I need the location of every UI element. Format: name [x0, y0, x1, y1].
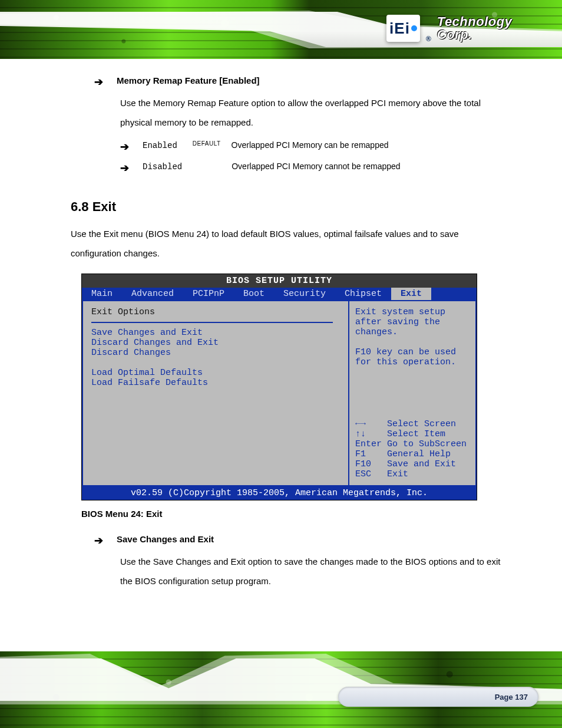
bios-screenshot: BIOS SETUP UTILITY Main Advanced PCIPnP …	[81, 274, 477, 500]
bios-help-line: changes.	[355, 327, 470, 337]
option-value-note: Overlapped PCI Memory cannot be remapped	[232, 162, 400, 171]
figure-caption: BIOS Menu 24: Exit	[81, 509, 509, 519]
bios-key-row: F1 General Help	[355, 449, 470, 459]
brand-logo-mark: iEi	[386, 15, 420, 42]
bios-exit-option[interactable]: Discard Changes and Exit	[91, 338, 340, 348]
bios-key-row: ←→ Select Screen	[355, 419, 470, 429]
bios-key-desc: Go to SubScreen	[387, 439, 467, 449]
bios-menu-bar: Main Advanced PCIPnP Boot Security Chips…	[82, 288, 477, 300]
bios-menu-item[interactable]: Advanced	[122, 288, 183, 300]
page-number: Page 137	[495, 693, 528, 701]
save-and-exit-block: ➔ Save Changes and Exit Use the Save Cha…	[94, 534, 509, 591]
bios-exit-option[interactable]: Load Optimal Defaults	[91, 368, 340, 378]
option-value-row: ➔ Disabled Overlapped PCI Memory cannot …	[120, 162, 509, 174]
bios-key: ←→	[355, 419, 366, 429]
arrow-right-icon: ➔	[120, 162, 132, 174]
brand-logo-letters: iEi	[389, 21, 410, 36]
bios-help-line: Exit system setup	[355, 307, 470, 317]
option-value-note: Overlapped PCI Memory can be remapped	[232, 140, 389, 150]
arrow-right-icon: ➔	[120, 140, 132, 153]
bios-menu-item-selected[interactable]: Exit	[391, 288, 431, 300]
option-default-tag: DEFAULT	[193, 140, 221, 147]
option-heading-row: ➔ Memory Remap Feature [Enabled]	[94, 75, 509, 88]
bios-help-line: after saving the	[355, 317, 470, 327]
section-heading: 6.8 Exit	[71, 199, 509, 215]
bios-divider	[91, 322, 333, 323]
page-content: ➔ Memory Remap Feature [Enabled] Use the…	[0, 65, 562, 591]
bios-title-bar: BIOS SETUP UTILITY	[82, 274, 477, 288]
bios-key-desc: Select Item	[387, 429, 445, 439]
header-banner: iEi ® Technology Corp.	[0, 0, 562, 59]
bios-key-legend: ←→ Select Screen ↑↓ Select Item Enter Go…	[355, 419, 470, 479]
bios-exit-option[interactable]: Save Changes and Exit	[91, 328, 340, 338]
bios-key: ↑↓	[355, 429, 366, 439]
bios-help-text: Exit system setup after saving the chang…	[355, 307, 470, 419]
bios-key: F1	[355, 449, 366, 459]
bios-body: Exit Options Save Changes and Exit Disca…	[82, 300, 477, 486]
bios-menu-item[interactable]: Security	[274, 288, 335, 300]
bios-footer: v02.59 (C)Copyright 1985-2005, American …	[82, 486, 477, 500]
option-values-list: ➔ Enabled DEFAULT Overlapped PCI Memory …	[120, 140, 509, 174]
brand-logo-dot-icon	[411, 25, 417, 31]
bios-blank-line	[91, 358, 340, 368]
bios-menu-item[interactable]: Chipset	[335, 288, 391, 300]
arrow-right-icon: ➔	[94, 534, 106, 547]
bios-menu-item[interactable]: Main	[82, 288, 122, 300]
bios-key-row: ESC Exit	[355, 469, 470, 479]
option-heading-row: ➔ Save Changes and Exit	[94, 534, 509, 547]
option-value-label: Enabled	[143, 140, 177, 152]
bios-exit-option[interactable]: Discard Changes	[91, 348, 340, 358]
option-help-text: Use the Save Changes and Exit option to …	[120, 552, 509, 591]
bios-menu-item[interactable]: PCIPnP	[183, 288, 234, 300]
brand-text: Technology Corp.	[437, 15, 546, 41]
bios-menu-item[interactable]: Boot	[234, 288, 274, 300]
bios-key: ESC	[355, 469, 371, 479]
option-value-label: Disabled	[143, 162, 182, 173]
bios-key-desc: Save and Exit	[387, 459, 456, 469]
bios-key: F10	[355, 459, 371, 469]
arrow-right-icon: ➔	[94, 75, 106, 88]
bios-key-row: F10 Save and Exit	[355, 459, 470, 469]
bios-right-panel: Exit system setup after saving the chang…	[348, 300, 477, 486]
registered-symbol: ®	[426, 35, 431, 42]
bios-help-line: for this operation.	[355, 357, 470, 367]
option-heading: Save Changes and Exit	[117, 534, 214, 544]
bios-key-row: ↑↓ Select Item	[355, 429, 470, 439]
bios-help-line	[355, 337, 470, 347]
footer-banner: Page 137	[0, 651, 562, 728]
page-number-pill: Page 137	[338, 687, 538, 707]
bios-key-desc: Exit	[387, 469, 408, 479]
option-help-text: Use the Memory Remap Feature option to a…	[120, 93, 509, 132]
brand-logo-block: iEi ® Technology Corp.	[386, 11, 546, 46]
bios-key-desc: General Help	[387, 449, 451, 459]
bios-help-line: F10 key can be used	[355, 347, 470, 357]
bios-key-desc: Select Screen	[387, 419, 456, 429]
section-lead-text: Use the Exit menu (BIOS Menu 24) to load…	[71, 224, 509, 263]
bios-panel-header: Exit Options	[91, 307, 340, 321]
bios-exit-option[interactable]: Load Failsafe Defaults	[91, 378, 340, 388]
bios-key: Enter	[355, 439, 382, 449]
bios-key-row: Enter Go to SubScreen	[355, 439, 470, 449]
option-heading: Memory Remap Feature [Enabled]	[117, 75, 260, 85]
option-value-row: ➔ Enabled DEFAULT Overlapped PCI Memory …	[120, 140, 509, 153]
bios-left-panel: Exit Options Save Changes and Exit Disca…	[82, 300, 348, 486]
